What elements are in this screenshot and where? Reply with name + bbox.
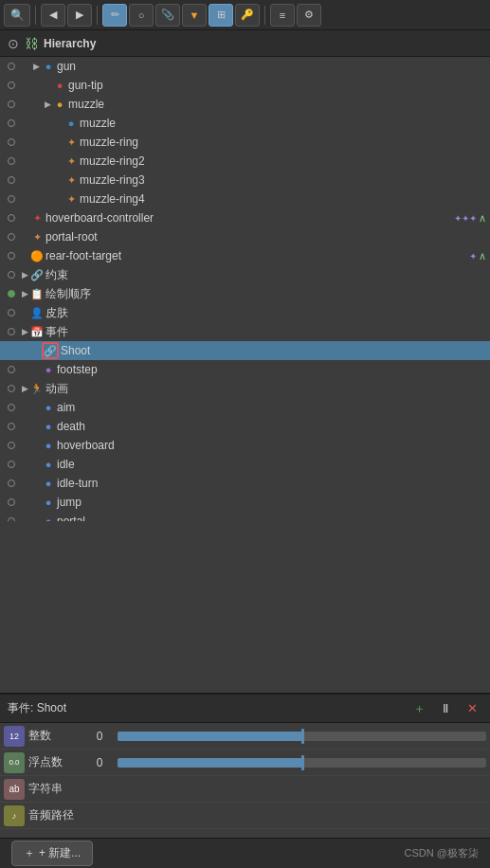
float-property-value[interactable]: 0 xyxy=(85,756,114,769)
node-icon: ● xyxy=(42,60,55,73)
node-label: muzzle xyxy=(80,117,116,130)
node-icon: ● xyxy=(42,420,55,433)
float-property-row: 0.0 浮点数 0 xyxy=(0,750,490,776)
tree-row[interactable]: ▶ ● gun-tip xyxy=(0,76,490,95)
float-property-slider[interactable] xyxy=(118,758,486,768)
string-property-label: 字符串 xyxy=(28,781,85,797)
expand-arrow[interactable] xyxy=(19,288,30,299)
audio-property-row: ♪ 音频路径 xyxy=(0,803,490,829)
settings-button[interactable]: ⚙ xyxy=(297,4,321,27)
pencil-icon: ✏ xyxy=(111,9,119,21)
tree-row[interactable]: ▶ ✦ hoverboard-controller ✦✦✦ ∧ xyxy=(0,208,490,227)
shoot-event-row[interactable]: ▶ 🔗 Shoot xyxy=(0,341,490,360)
tree-row[interactable]: ▶ ● portal xyxy=(0,512,490,521)
delete-property-button[interactable]: ✕ xyxy=(462,698,482,719)
tree-row[interactable]: ▶ ✦ muzzle-ring2 xyxy=(0,152,490,171)
node-icon: ✦ xyxy=(64,154,78,168)
row-dot xyxy=(8,271,15,279)
tree-row[interactable]: ▶ ● footstep xyxy=(0,360,490,379)
node-icon: ● xyxy=(42,401,55,414)
hierarchy-dots: ⊙ xyxy=(8,36,19,51)
back-button[interactable]: ◀ xyxy=(41,4,65,27)
tree-row[interactable]: ▶ ● muzzle xyxy=(0,95,490,114)
tree-row[interactable]: ▶ ● hoverboard xyxy=(0,436,490,455)
row-dot xyxy=(8,404,15,411)
circle-icon: ○ xyxy=(138,9,145,21)
death-row[interactable]: ▶ ● death xyxy=(0,417,490,436)
key-button[interactable]: 🔑 xyxy=(235,4,260,27)
string-property-row: ab 字符串 xyxy=(0,776,490,803)
node-label: muzzle-ring xyxy=(80,136,138,149)
close-icon: ✕ xyxy=(467,701,478,715)
row-dot xyxy=(8,195,15,203)
tree-row[interactable]: ▶ ● aim xyxy=(0,398,490,417)
clip-button[interactable]: 📎 xyxy=(155,4,180,27)
circle-button[interactable]: ○ xyxy=(129,4,154,27)
row-dot xyxy=(8,252,15,260)
node-icon: ● xyxy=(42,515,55,521)
add-property-button[interactable]: ＋ xyxy=(408,698,429,719)
edit-property-button[interactable]: Ⅱ xyxy=(435,698,456,719)
tree-row[interactable]: ● gun xyxy=(0,57,490,76)
pencil-button[interactable]: ✏ xyxy=(102,4,127,27)
forward-button[interactable]: ▶ xyxy=(67,4,92,27)
node-label: jump xyxy=(57,496,82,509)
tree-row[interactable]: ▶ ● muzzle xyxy=(0,114,490,133)
search-button[interactable]: 🔍 xyxy=(4,4,30,27)
tree-row[interactable]: ▶ ● idle-turn xyxy=(0,474,490,493)
row-dot xyxy=(8,347,15,354)
new-button[interactable]: ＋ + 新建... xyxy=(11,841,93,866)
row-dot xyxy=(8,498,15,506)
add-icon: ＋ xyxy=(413,700,426,717)
tree-row[interactable]: ▶ ✦ muzzle-ring4 xyxy=(0,190,490,208)
tree-row[interactable]: ▶ ✦ portal-root xyxy=(0,227,490,246)
expand-arrow[interactable]: ▶ xyxy=(42,99,53,110)
row-dot xyxy=(8,63,15,70)
layers-button[interactable]: ≡ xyxy=(270,4,295,27)
node-icon: ● xyxy=(42,458,55,471)
filter-button[interactable]: ▼ xyxy=(182,4,207,27)
int-property-slider[interactable] xyxy=(118,732,486,741)
tree-row[interactable]: 📅 事件 xyxy=(0,322,490,341)
tree-row[interactable]: ▶ ● jump xyxy=(0,493,490,512)
node-label: idle xyxy=(57,458,75,471)
bottom-panel-header: 事件: Shoot ＋ Ⅱ ✕ xyxy=(0,695,490,723)
node-icon: ✦ xyxy=(64,136,78,149)
expand-arrow[interactable] xyxy=(19,269,30,280)
layers-icon: ≡ xyxy=(280,9,285,21)
tree-row[interactable]: 🔗 约束 xyxy=(0,265,490,284)
grid-button[interactable]: ⊞ xyxy=(209,4,233,27)
tree-row[interactable]: ▶ 👤 皮肤 xyxy=(0,303,490,322)
node-icon: ✦ xyxy=(64,192,78,206)
row-dot xyxy=(8,423,15,430)
bottom-panel-title: 事件: Shoot xyxy=(8,700,66,716)
expand-arrow[interactable] xyxy=(30,61,42,72)
string-type-icon: ab xyxy=(4,779,25,800)
expand-arrow[interactable] xyxy=(19,326,30,337)
toolbar-separator-3 xyxy=(264,6,265,25)
filter-icon: ▼ xyxy=(190,9,200,21)
new-button-label: + 新建... xyxy=(39,845,81,861)
tree-row[interactable]: 🏃 动画 xyxy=(0,379,490,398)
tree-row[interactable]: ▶ 🟠 rear-foot-target ✦ ∧ xyxy=(0,246,490,265)
tree-row[interactable]: ▶ ✦ muzzle-ring xyxy=(0,133,490,152)
grid-icon: ⊞ xyxy=(217,9,226,21)
node-label: 绘制顺序 xyxy=(45,286,91,302)
tree-row[interactable]: ▶ ● idle xyxy=(0,455,490,474)
int-property-value[interactable]: 0 xyxy=(85,730,114,743)
node-label: muzzle-ring4 xyxy=(80,192,145,206)
expand-arrow[interactable] xyxy=(19,383,30,394)
node-icon: ✦ xyxy=(30,230,44,244)
node-label: 皮肤 xyxy=(45,305,68,321)
bottom-panel: 事件: Shoot ＋ Ⅱ ✕ 12 整数 0 0.0 浮点数 0 xyxy=(0,693,490,868)
tree-row[interactable]: 📋 绘制顺序 xyxy=(0,284,490,303)
node-icon: ● xyxy=(64,117,78,130)
hierarchy-header: ⊙ ⛓ Hierarchy xyxy=(0,30,490,57)
tree-row[interactable]: ▶ ✦ muzzle-ring3 xyxy=(0,171,490,190)
toolbar-separator-1 xyxy=(35,6,36,25)
float-property-label: 浮点数 xyxy=(28,754,85,770)
tree-container[interactable]: ● gun ▶ ● gun-tip ▶ ● muzzle ▶ ● muzzle … xyxy=(0,57,490,521)
int-type-icon: 12 xyxy=(4,726,25,747)
row-dot xyxy=(8,176,15,184)
int-property-row: 12 整数 0 xyxy=(0,723,490,750)
